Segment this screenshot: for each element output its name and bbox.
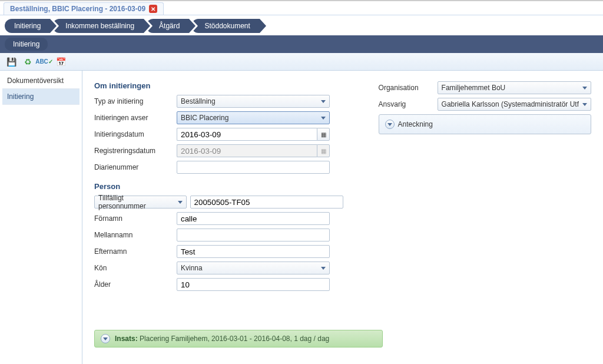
close-icon[interactable]: ✕ — [149, 5, 157, 13]
select-typ-initiering[interactable]: Beställning — [177, 95, 330, 108]
sidebar: Dokumentöversikt Initiering — [0, 71, 82, 364]
select-organisation[interactable]: Familjehemmet BoU — [438, 81, 591, 94]
sidebar-item-dokumentoversikt[interactable]: Dokumentöversikt — [2, 73, 79, 89]
insats-label: Insats: — [115, 335, 138, 343]
expand-icon — [385, 120, 395, 129]
label-organisation: Organisation — [379, 84, 438, 92]
date-picker-button-disabled: ▦ — [317, 144, 330, 157]
label-diarie: Diarienummer — [94, 163, 177, 171]
label-mellannamn: Mellannamn — [94, 231, 177, 239]
label-avser: Initieringen avser — [94, 114, 177, 122]
crumb-stoddokument[interactable]: Stöddokument — [191, 19, 259, 33]
label-typ: Typ av initiering — [94, 97, 177, 105]
input-fornamn[interactable] — [177, 212, 330, 225]
calendar-icon[interactable]: 📅 — [55, 57, 66, 67]
breadcrumb: Initiering Inkommen beställning Åtgärd S… — [0, 15, 603, 35]
chevron-down-icon — [321, 117, 326, 120]
crumb-label: Initiering — [14, 22, 41, 30]
subnav-item-initiering[interactable]: Initiering — [5, 38, 48, 51]
label-ansvarig: Ansvarig — [379, 100, 438, 108]
select-initieringen-avser[interactable]: BBIC Placering — [177, 111, 330, 124]
subnav-label: Initiering — [13, 40, 39, 48]
date-picker-button[interactable]: ▦ — [317, 128, 330, 141]
label-initdatum: Initieringsdatum — [94, 130, 177, 138]
tab-bar: Beställning, BBIC Placering - 2016-03-09… — [0, 1, 603, 15]
expand-icon — [101, 334, 110, 343]
section-title-initiering: Om initieringen — [94, 81, 343, 90]
sidebar-item-label: Initiering — [7, 92, 34, 101]
crumb-label: Inkommen beställning — [65, 22, 134, 30]
label-efternamn: Efternamn — [94, 247, 177, 256]
crumb-label: Stöddokument — [204, 22, 250, 30]
anteckning-label: Anteckning — [398, 120, 433, 128]
spellcheck-icon[interactable]: ABC✓ — [39, 57, 49, 67]
input-alder[interactable] — [177, 278, 330, 291]
anteckning-panel[interactable]: Anteckning — [379, 114, 591, 134]
select-value: Gabriella Karlsson (Systemadministratör … — [442, 100, 579, 108]
label-alder: Ålder — [94, 280, 177, 289]
chevron-down-icon — [321, 100, 326, 103]
select-value: Familjehemmet BoU — [442, 84, 506, 92]
main-panel: Om initieringen Typ av initiering Bestäl… — [82, 71, 603, 364]
input-mellannamn[interactable] — [177, 229, 330, 241]
sidebar-item-label: Dokumentöversikt — [7, 77, 64, 85]
select-value: BBIC Placering — [181, 114, 228, 122]
refresh-icon[interactable]: ♻ — [22, 57, 33, 67]
document-tab-title: Beställning, BBIC Placering - 2016-03-09 — [10, 5, 145, 13]
select-id-type[interactable]: Tillfälligt personnummer — [94, 196, 187, 209]
chevron-down-icon — [178, 201, 183, 204]
chevron-down-icon — [321, 267, 326, 270]
section-title-person: Person — [94, 182, 343, 191]
input-registreringsdatum — [177, 144, 317, 157]
chevron-down-icon — [582, 103, 587, 106]
crumb-atgard[interactable]: Åtgärd — [146, 19, 189, 33]
document-tab[interactable]: Beställning, BBIC Placering - 2016-03-09… — [4, 2, 164, 15]
label-fornamn: Förnamn — [94, 214, 177, 223]
select-value: Kvinna — [181, 264, 203, 272]
input-efternamn[interactable] — [177, 245, 330, 258]
save-icon[interactable]: 💾 — [6, 57, 16, 67]
select-ansvarig[interactable]: Gabriella Karlsson (Systemadministratör … — [438, 98, 591, 111]
subnav: Initiering — [0, 35, 603, 53]
input-personnummer[interactable] — [190, 196, 343, 209]
sidebar-item-initiering[interactable]: Initiering — [2, 89, 79, 105]
input-diarienummer[interactable] — [177, 161, 330, 174]
label-kon: Kön — [94, 264, 177, 272]
insats-panel[interactable]: Insats: Placering Familjehem, 2016-03-01… — [94, 330, 383, 348]
label-regdatum: Registreringsdatum — [94, 147, 177, 155]
crumb-label: Åtgärd — [159, 22, 180, 30]
toolbar: 💾 ♻ ABC✓ 📅 — [0, 53, 603, 71]
crumb-initiering[interactable]: Initiering — [5, 19, 50, 33]
insats-text: Placering Familjehem, 2016-03-01 - 2016-… — [140, 335, 329, 343]
select-value: Beställning — [181, 97, 216, 105]
select-kon[interactable]: Kvinna — [177, 262, 330, 274]
chevron-down-icon — [582, 87, 587, 90]
input-initieringsdatum[interactable] — [177, 128, 317, 141]
select-value: Tillfälligt personnummer — [98, 194, 171, 210]
crumb-inkommen[interactable]: Inkommen beställning — [52, 19, 144, 33]
